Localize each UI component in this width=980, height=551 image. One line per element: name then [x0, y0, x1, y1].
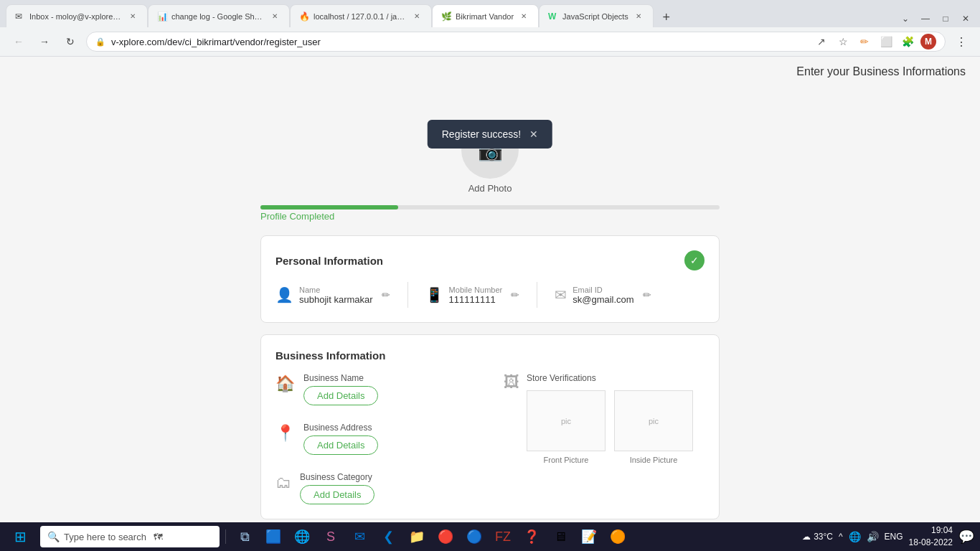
email-edit-icon[interactable]: ✏ [643, 289, 651, 301]
taskbar-time-date[interactable]: 19:04 18-08-2022 [909, 524, 953, 549]
tab-js[interactable]: W JavaScript Objects ✕ [539, 4, 654, 27]
forward-button[interactable]: → [34, 32, 55, 52]
email-icon: ✉ [555, 286, 567, 303]
taskbar-sass-icon[interactable]: S [318, 524, 344, 550]
location-icon: 📍 [275, 424, 295, 443]
personal-info-card-header: Personal Information ✓ [275, 250, 705, 270]
business-info-title: Business Information [275, 349, 385, 362]
start-button[interactable]: ⊞ [6, 524, 34, 550]
taskbar-caret-up[interactable]: ^ [839, 532, 843, 542]
business-address-content: Business Address Add Details [303, 423, 378, 455]
taskbar-volume-icon[interactable]: 🔊 [867, 531, 879, 542]
taskbar-browser2-icon[interactable]: 🔵 [461, 524, 487, 550]
taskbar-app2-icon[interactable]: 🟠 [605, 524, 631, 550]
taskbar-filezilla-icon[interactable]: FZ [490, 524, 516, 550]
name-label: Name [299, 286, 373, 294]
email-label: Email ID [573, 286, 633, 294]
browser-chrome: ✉ Inbox - moloy@v-xplore.com ✕ 📊 change … [0, 0, 980, 57]
mobile-edit-icon[interactable]: ✏ [511, 289, 519, 301]
business-address-label: Business Address [303, 423, 378, 433]
taskbar-help-icon[interactable]: ❓ [519, 524, 545, 550]
taskbar-date: 18-08-2022 [909, 537, 953, 549]
highlight-icon[interactable]: ✏ [856, 33, 873, 50]
browser-menu-button[interactable]: ⋮ [951, 32, 971, 52]
enter-business-header: Enter your Business Informations [796, 65, 966, 78]
business-category-content: Business Category Add Details [300, 472, 374, 504]
extensions-icon[interactable]: 🧩 [899, 33, 916, 50]
windows-logo-icon: ⊞ [14, 528, 27, 545]
back-button[interactable]: ← [9, 32, 29, 52]
email-value: sk@gmail.com [573, 294, 633, 305]
profile-completed-label: Profile Completed [260, 211, 334, 222]
localhost-icon: 🔥 [299, 11, 309, 22]
minimize-button[interactable]: — [917, 10, 934, 27]
taskbar-notification-icon[interactable]: 💬 [958, 529, 974, 545]
business-category-label: Business Category [300, 472, 374, 482]
address-bar[interactable]: 🔒 v-xplore.com/dev/ci_bikrimart/vendor/r… [86, 32, 946, 52]
inside-picture-box[interactable]: pic [614, 390, 693, 451]
business-name-content: Business Name Add Details [303, 373, 378, 405]
photo-progress-section: 📷 Add Photo Profile Completed Personal I… [0, 114, 980, 523]
reload-button[interactable]: ↻ [60, 32, 80, 52]
toast-close-button[interactable]: ✕ [529, 128, 538, 140]
close-window-button[interactable]: ✕ [957, 10, 974, 27]
tab-bar: ✉ Inbox - moloy@v-xplore.com ✕ 📊 change … [0, 0, 980, 27]
business-address-add-btn[interactable]: Add Details [303, 435, 378, 455]
tab-close-inbox[interactable]: ✕ [127, 11, 138, 22]
store-verif-wrapper: 🖼 Store Verifications pic Front Picture [504, 373, 705, 464]
business-info-card: Business Information 🏠 Business Name Add… [260, 334, 720, 519]
taskbar-vscode-icon[interactable]: ❮ [375, 524, 401, 550]
home-icon: 🏠 [275, 375, 295, 393]
taskbar-vmware-icon[interactable]: 🖥 [547, 524, 573, 550]
profile-icon[interactable]: M [920, 34, 936, 50]
address-actions: ↗ ☆ ✏ ⬜ 🧩 M [813, 33, 936, 50]
business-name-add-btn[interactable]: Add Details [303, 386, 378, 405]
personal-info-card: Personal Information ✓ 👤 Name subhojit k… [260, 235, 720, 323]
taskbar-task-view[interactable]: ⧉ [232, 524, 258, 550]
progress-bar-background [260, 205, 720, 209]
personal-info-check-icon: ✓ [684, 250, 705, 270]
business-right: 🖼 Store Verifications pic Front Picture [504, 373, 705, 504]
tab-sheets[interactable]: 📊 change log - Google Sheets ✕ [148, 4, 290, 27]
business-address-field: 📍 Business Address Add Details [275, 423, 486, 455]
taskbar-search[interactable]: 🔍 Type here to search 🗺 [40, 526, 220, 547]
page-content: Register success! ✕ Enter your Business … [0, 57, 980, 523]
tab-close-sheets[interactable]: ✕ [269, 11, 281, 22]
name-edit-icon[interactable]: ✏ [382, 289, 390, 301]
store-verifications-label: Store Verifications [527, 373, 693, 383]
mobile-item: 📱 Mobile Number 111111111 ✏ [425, 286, 520, 305]
mobile-content: Mobile Number 111111111 [449, 286, 503, 305]
taskbar-notepad-icon[interactable]: 📝 [576, 524, 602, 550]
weather-temp: 33°C [814, 532, 833, 542]
taskbar-divider-1 [225, 529, 226, 544]
inside-pic-placeholder: pic [649, 417, 659, 425]
tab-close-localhost[interactable]: ✕ [411, 11, 423, 22]
tab-close-bikrimart[interactable]: ✕ [518, 11, 529, 22]
mobile-value: 111111111 [449, 294, 503, 305]
taskbar-mail-icon[interactable]: ✉ [347, 524, 372, 550]
divider-1 [407, 282, 408, 308]
page-header-row: Enter your Business Informations [0, 57, 980, 78]
new-tab-button[interactable]: + [656, 7, 677, 27]
screenshot-icon[interactable]: ⬜ [877, 33, 895, 50]
taskbar-edge-icon[interactable]: 🌐 [289, 524, 315, 550]
add-photo-label: Add Photo [468, 183, 512, 194]
business-category-add-btn[interactable]: Add Details [300, 485, 374, 504]
taskbar-network-icon[interactable]: 🌐 [849, 531, 861, 542]
share-icon[interactable]: ↗ [813, 33, 830, 50]
taskbar-store-icon[interactable]: 🟦 [260, 524, 286, 550]
front-picture-box[interactable]: pic [527, 390, 606, 451]
taskbar-files-icon[interactable]: 📁 [404, 524, 430, 550]
tab-localhost[interactable]: 🔥 localhost / 127.0.0.1 / jaduric ✕ [290, 4, 432, 27]
maximize-button[interactable]: □ [937, 10, 954, 27]
tab-bikrimart[interactable]: 🌿 Bikrimart Vandor ✕ [432, 4, 539, 27]
tab-close-js[interactable]: ✕ [633, 11, 644, 22]
business-info-card-header: Business Information [275, 349, 705, 362]
bookmark-icon[interactable]: ☆ [834, 33, 852, 50]
tab-inbox[interactable]: ✉ Inbox - moloy@v-xplore.com ✕ [6, 4, 148, 27]
business-left: 🏠 Business Name Add Details 📍 Business A… [275, 373, 486, 504]
taskbar-chrome-icon[interactable]: 🔴 [433, 524, 458, 550]
tab-list-button[interactable]: ⌄ [897, 10, 914, 27]
taskbar: ⊞ 🔍 Type here to search 🗺 ⧉ 🟦 🌐 S ✉ ❮ 📁 … [0, 522, 980, 551]
taskbar-language[interactable]: ENG [885, 532, 903, 542]
